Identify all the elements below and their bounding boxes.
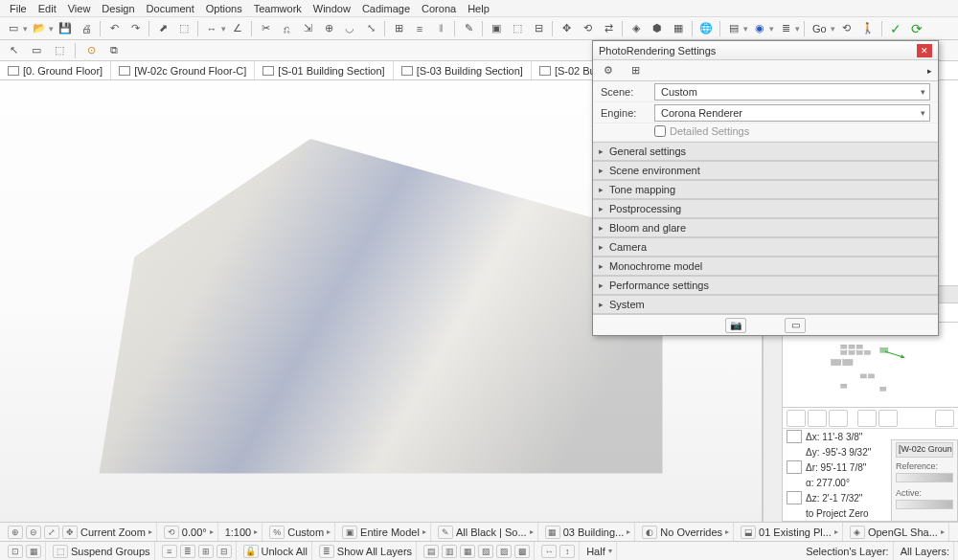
opengl-label[interactable]: OpenGL Sha... [868, 526, 938, 538]
render-icon[interactable]: ◉ [750, 19, 769, 38]
panel-titlebar[interactable]: PhotoRendering Settings ✕ [593, 41, 938, 60]
section-bloom[interactable]: Bloom and glare [593, 218, 938, 237]
m5-icon[interactable]: ▨ [496, 545, 512, 558]
fillet-icon[interactable]: ◡ [340, 19, 359, 38]
section-general[interactable]: General settings [593, 142, 938, 161]
dim-icon[interactable]: ↔ [541, 545, 557, 558]
existing-label[interactable]: 01 Existing Pl... [759, 526, 832, 538]
walk-icon[interactable]: 🚶 [858, 19, 878, 38]
scene-select[interactable]: Custom [654, 83, 930, 101]
align-icon[interactable]: ≡ [410, 19, 429, 38]
marquee-icon[interactable]: ⬚ [174, 19, 194, 38]
pan-icon[interactable]: ✥ [62, 526, 78, 539]
mirror-icon[interactable]: ⇄ [599, 19, 618, 38]
save-icon[interactable]: 💾 [56, 19, 75, 38]
lock-icon[interactable]: 🔓 [243, 545, 259, 558]
mvo-icon[interactable]: ▦ [545, 526, 560, 539]
grid-icon[interactable]: ▦ [26, 545, 41, 558]
scale-value[interactable]: 1:100 [225, 526, 252, 538]
layers-icon[interactable]: ≣ [776, 19, 795, 38]
globe-icon[interactable]: 🌐 [696, 19, 716, 38]
adjust-icon[interactable]: ⇲ [298, 19, 317, 38]
dim2-icon[interactable]: ↕ [559, 545, 575, 558]
multiply-icon[interactable]: ⊞ [389, 19, 408, 38]
override-icon[interactable]: ◐ [642, 526, 657, 539]
reno-icon[interactable]: ⬓ [741, 526, 756, 539]
orient-icon[interactable]: ⟲ [164, 526, 179, 539]
menu-help[interactable]: Help [462, 3, 495, 14]
detailed-checkbox[interactable] [654, 125, 666, 137]
redo-icon[interactable]: ↷ [125, 19, 145, 38]
ungroup-icon[interactable]: ⊟ [529, 19, 548, 38]
coord-tool-icon[interactable] [829, 410, 848, 427]
arrow-quick-icon[interactable]: ⬚ [50, 41, 69, 60]
coord-tool-icon[interactable] [935, 410, 954, 427]
floorplan-icon[interactable]: ▦ [669, 19, 688, 38]
suspend-icon[interactable]: ▣ [487, 19, 506, 38]
coord-tool-icon[interactable] [787, 410, 806, 427]
group-toggle-icon[interactable]: ⬚ [53, 545, 68, 558]
menu-document[interactable]: Document [141, 3, 200, 14]
undo-icon[interactable]: ↶ [104, 19, 124, 38]
snap-icon[interactable]: ⊡ [8, 545, 23, 558]
fit-icon[interactable]: ⤢ [44, 526, 59, 539]
model-icon[interactable]: ▣ [342, 526, 357, 539]
open-icon[interactable]: 📂 [30, 19, 49, 38]
section-perf[interactable]: Performance settings [593, 276, 938, 295]
guide-icon[interactable]: ∠ [228, 19, 247, 38]
coord-tool-icon[interactable] [857, 410, 877, 427]
expand-icon[interactable]: ▸ [927, 66, 932, 76]
coord-tool-icon[interactable] [878, 410, 898, 427]
menu-window[interactable]: Window [308, 3, 356, 14]
resize-icon[interactable]: ⤡ [361, 19, 380, 38]
layers-show-icon[interactable]: ≣ [319, 545, 334, 558]
edit-icon[interactable]: ✎ [459, 19, 478, 38]
m2-icon[interactable]: ▥ [442, 545, 457, 558]
magnet-icon[interactable]: ⊙ [81, 41, 101, 60]
tab-ground-floor[interactable]: [0. Ground Floor] [0, 61, 111, 79]
orbit-icon[interactable]: ⟲ [837, 19, 856, 38]
3d-cube-icon[interactable]: ◈ [627, 19, 646, 38]
tab-w02c[interactable]: [W-02c Ground Floor-C] [111, 61, 255, 79]
menu-cadimage[interactable]: Cadimage [356, 3, 416, 14]
move-icon[interactable]: ✥ [557, 19, 576, 38]
coord-tool-icon[interactable] [808, 410, 827, 427]
suspend-label[interactable]: Suspend Groups [71, 546, 150, 557]
unlock-label[interactable]: Unlock All [262, 546, 308, 557]
check-icon[interactable]: ✓ [886, 19, 905, 38]
settings-cog-icon[interactable]: ⚙ [599, 61, 618, 80]
m4-icon[interactable]: ▧ [478, 545, 493, 558]
distribute-icon[interactable]: ⫴ [431, 19, 450, 38]
section-mono[interactable]: Monochrome model [593, 257, 938, 276]
zoom-in-icon[interactable]: ⊕ [8, 526, 23, 539]
section-system[interactable]: System [593, 295, 938, 314]
link-icon[interactable]: ⧉ [104, 41, 124, 60]
arrow-rect-icon[interactable]: ▭ [27, 41, 46, 60]
trace-tab[interactable]: [W-02c Ground Fl [896, 442, 953, 458]
engine-select[interactable]: Corona Renderer [654, 104, 930, 122]
trim-icon[interactable]: ✂ [256, 19, 275, 38]
camera-icon[interactable]: 📷 [725, 318, 746, 333]
section-camera[interactable]: Camera [593, 237, 938, 257]
zoom-pct-icon[interactable]: % [269, 526, 285, 539]
zoom-out-icon[interactable]: ⊖ [26, 526, 41, 539]
showlayers-label[interactable]: Show All Layers [337, 546, 412, 557]
tab-s03[interactable]: [S-03 Building Section] [394, 61, 532, 79]
reference-slider[interactable] [896, 473, 953, 482]
tab-s01[interactable]: [S-01 Building Section] [255, 61, 393, 79]
angle-value[interactable]: 0.00° [182, 526, 207, 538]
allblack-label[interactable]: All Black | So... [456, 526, 527, 538]
menu-view[interactable]: View [62, 3, 97, 14]
active-slider[interactable] [896, 500, 953, 509]
menu-corona[interactable]: Corona [416, 3, 462, 14]
menu-teamwork[interactable]: Teamwork [248, 3, 308, 14]
m6-icon[interactable]: ▩ [514, 545, 530, 558]
building-label[interactable]: 03 Building... [563, 526, 625, 538]
close-button[interactable]: ✕ [917, 44, 932, 57]
size-icon[interactable]: ⊞ [626, 61, 645, 80]
entire-label[interactable]: Entire Model [360, 526, 420, 538]
section-tool-icon[interactable]: ▤ [724, 19, 743, 38]
pen-icon[interactable]: ✎ [438, 526, 453, 539]
section-post[interactable]: Postprocessing [593, 199, 938, 218]
section-scene-env[interactable]: Scene environment [593, 161, 938, 180]
